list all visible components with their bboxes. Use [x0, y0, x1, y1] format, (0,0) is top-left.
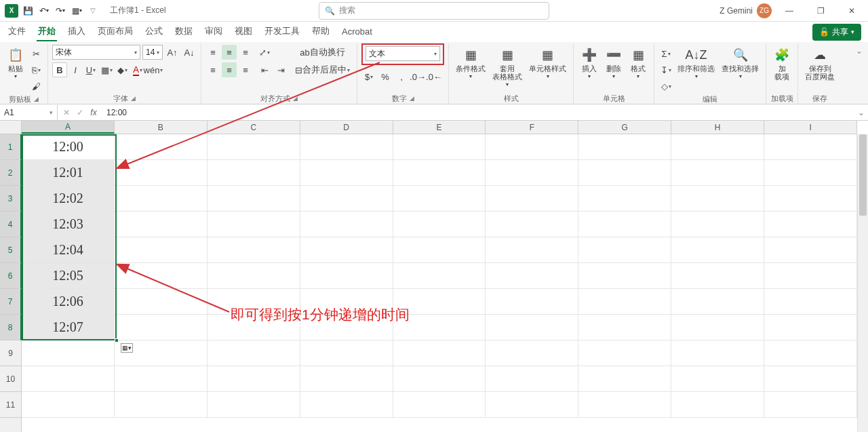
cell-H3[interactable]	[671, 186, 764, 212]
cell-F8[interactable]	[486, 315, 578, 340]
paste-button[interactable]: 📋 粘贴 ▾	[4, 45, 27, 81]
col-header-D[interactable]: D	[300, 121, 393, 134]
cell-A6[interactable]: 12:05	[22, 263, 115, 289]
save-baidu-button[interactable]: ☁保存到 百度网盘	[802, 45, 837, 82]
tab-help[interactable]: 帮助	[311, 22, 331, 41]
cell-H1[interactable]	[671, 134, 764, 160]
cell-G2[interactable]	[578, 160, 671, 186]
cell-A10[interactable]	[22, 366, 115, 392]
italic-button[interactable]: I	[68, 62, 83, 77]
col-header-F[interactable]: F	[486, 121, 578, 134]
fx-icon[interactable]: fx	[87, 108, 100, 117]
cancel-formula-icon[interactable]: ✕	[60, 108, 73, 117]
vertical-scrollbar[interactable]	[857, 134, 868, 432]
col-header-B[interactable]: B	[115, 121, 208, 134]
increase-decimal-icon[interactable]: .0→	[410, 69, 425, 84]
cell-B11[interactable]	[115, 392, 208, 418]
insert-cells-button[interactable]: ➕插入▾	[578, 45, 601, 81]
cell-B1[interactable]	[115, 134, 208, 160]
qat-customize-icon[interactable]: ▽	[85, 3, 100, 18]
ribbon-collapse-icon[interactable]: ⌄	[850, 43, 868, 104]
cell-B8[interactable]	[115, 315, 208, 340]
align-right-icon[interactable]: ≡	[238, 62, 253, 77]
scrollbar-thumb[interactable]	[859, 134, 867, 216]
cell-E9[interactable]	[393, 340, 486, 366]
cell-G7[interactable]	[578, 289, 671, 315]
tab-data[interactable]: 数据	[174, 22, 194, 41]
user-avatar[interactable]: ZG	[757, 3, 772, 18]
cell-E3[interactable]	[393, 186, 486, 212]
col-header-G[interactable]: G	[578, 121, 671, 134]
fill-icon[interactable]: ↧▾	[658, 62, 673, 77]
cell-E4[interactable]	[393, 212, 486, 237]
cell-F4[interactable]	[486, 212, 578, 237]
cell-H5[interactable]	[671, 237, 764, 263]
cell-G8[interactable]	[578, 315, 671, 340]
cell-D6[interactable]	[300, 263, 393, 289]
cell-B5[interactable]	[115, 237, 208, 263]
cell-F9[interactable]	[486, 340, 578, 366]
user-name[interactable]: Z Gemini	[719, 6, 753, 16]
comma-format-icon[interactable]: ,	[394, 69, 409, 84]
cell-F1[interactable]	[486, 134, 578, 160]
cell-I1[interactable]	[764, 134, 857, 160]
font-size-combo[interactable]: 14▾	[142, 45, 163, 60]
bold-button[interactable]: B	[52, 62, 67, 77]
cell-F3[interactable]	[486, 186, 578, 212]
cell-I6[interactable]	[764, 263, 857, 289]
cell-A3[interactable]: 12:02	[22, 186, 115, 212]
cell-C10[interactable]	[208, 366, 300, 392]
cell-A9[interactable]	[22, 340, 115, 366]
cell-B3[interactable]	[115, 186, 208, 212]
align-center-icon[interactable]: ≡	[222, 62, 237, 77]
cell-F11[interactable]	[486, 392, 578, 418]
qat-more-icon[interactable]: ▦▾	[69, 3, 84, 18]
formula-expand-icon[interactable]: ⌄	[854, 108, 868, 117]
copy-icon[interactable]: ⎘▾	[28, 62, 43, 77]
clear-icon[interactable]: ◇▾	[658, 79, 673, 94]
cell-I9[interactable]	[764, 340, 857, 366]
cell-F7[interactable]	[486, 289, 578, 315]
cell-I10[interactable]	[764, 366, 857, 392]
cell-C3[interactable]	[208, 186, 300, 212]
cell-I3[interactable]	[764, 186, 857, 212]
cell-G1[interactable]	[578, 134, 671, 160]
cell-C5[interactable]	[208, 237, 300, 263]
cell-G10[interactable]	[578, 366, 671, 392]
row-header-7[interactable]: 7	[0, 289, 22, 315]
cell-C9[interactable]	[208, 340, 300, 366]
align-left-icon[interactable]: ≡	[205, 62, 220, 77]
save-icon[interactable]: 💾	[20, 3, 35, 18]
cell-styles-button[interactable]: ▦单元格样式▾	[526, 45, 569, 81]
cell-A4[interactable]: 12:03	[22, 212, 115, 237]
cell-F2[interactable]	[486, 160, 578, 186]
cell-D9[interactable]	[300, 340, 393, 366]
undo-icon[interactable]: ↶▾	[37, 3, 52, 18]
tab-acrobat[interactable]: Acrobat	[340, 24, 374, 41]
orientation-icon[interactable]: ⤢▾	[257, 45, 272, 60]
percent-format-icon[interactable]: %	[378, 69, 393, 84]
cell-F10[interactable]	[486, 366, 578, 392]
cell-H2[interactable]	[671, 160, 764, 186]
align-middle-icon[interactable]: ≡	[222, 45, 237, 60]
cell-H6[interactable]	[671, 263, 764, 289]
row-header-3[interactable]: 3	[0, 186, 22, 212]
row-header-2[interactable]: 2	[0, 160, 22, 186]
cell-C1[interactable]	[208, 134, 300, 160]
wrap-text-button[interactable]: ab 自动换行	[292, 45, 353, 60]
conditional-format-button[interactable]: ▦条件格式▾	[453, 45, 488, 81]
align-top-icon[interactable]: ≡	[205, 45, 220, 60]
cell-D1[interactable]	[300, 134, 393, 160]
cell-E2[interactable]	[393, 160, 486, 186]
cell-D10[interactable]	[300, 366, 393, 392]
cell-I5[interactable]	[764, 237, 857, 263]
cell-F5[interactable]	[486, 237, 578, 263]
cell-G6[interactable]	[578, 263, 671, 289]
cut-icon[interactable]: ✂	[28, 46, 43, 61]
cell-H9[interactable]	[671, 340, 764, 366]
maximize-button[interactable]: ❐	[807, 0, 834, 22]
accounting-format-icon[interactable]: $▾	[361, 69, 376, 84]
row-header-10[interactable]: 10	[0, 366, 21, 392]
close-button[interactable]: ✕	[838, 0, 865, 22]
tab-home[interactable]: 开始	[37, 22, 57, 41]
